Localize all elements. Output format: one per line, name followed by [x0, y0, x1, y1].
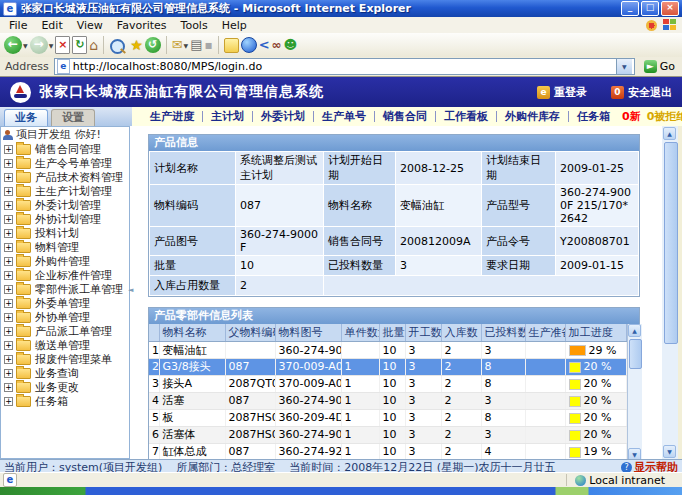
stop-button[interactable]: ×	[55, 36, 70, 54]
parts-row[interactable]: 6活塞体2087HS002360-274-9011W110323 20 %	[149, 426, 627, 443]
scroll-down-icon[interactable]: ▼	[628, 448, 641, 459]
collapse-sidebar-icon[interactable]: ◄	[128, 286, 133, 294]
edit-button[interactable]: ▪	[205, 37, 213, 53]
sidebar-item-prod-order[interactable]: +生产令号单管理	[1, 156, 129, 170]
expand-icon[interactable]: +	[4, 201, 13, 210]
expand-icon[interactable]: +	[4, 383, 13, 392]
expand-icon[interactable]: +	[4, 215, 13, 224]
relogin-button[interactable]: e 重登录	[523, 85, 587, 100]
col-fed[interactable]: 已投料数	[481, 324, 525, 342]
nav-outsourcing-plan[interactable]: 外委计划	[253, 111, 314, 122]
address-dropdown-icon[interactable]: ▼	[616, 59, 632, 74]
home-button[interactable]: ⌂	[89, 37, 98, 53]
scroll-thumb[interactable]	[664, 142, 678, 344]
parts-vertical-scrollbar[interactable]: ▲ ▼	[627, 324, 642, 459]
windows-taskbar[interactable]	[0, 487, 682, 495]
expand-icon[interactable]: +	[4, 271, 13, 280]
research-button[interactable]: ∞	[272, 37, 282, 53]
expand-icon[interactable]: +	[4, 397, 13, 406]
nav-production-progress[interactable]: 生产进度	[142, 111, 203, 122]
sidebar-item-external-order[interactable]: +外协单管理	[1, 310, 129, 324]
search-button[interactable]	[109, 37, 128, 54]
expand-icon[interactable]: +	[4, 285, 13, 294]
mail-dropdown-icon[interactable]: ▼	[184, 42, 189, 49]
nav-sales-contract[interactable]: 销售合同	[375, 111, 436, 122]
minimize-button[interactable]: _	[621, 1, 639, 16]
sidebar-item-sales-contract[interactable]: +销售合同管理	[1, 142, 129, 156]
sidebar-item-scrap-mgmt[interactable]: +报废件管理菜单	[1, 352, 129, 366]
sidebar-item-feeding-plan[interactable]: +投料计划	[1, 226, 129, 240]
show-help-button[interactable]: ? 显示帮助	[621, 460, 678, 474]
menu-file[interactable]: File	[2, 19, 34, 32]
sidebar-item-business-query[interactable]: +业务查询	[1, 366, 129, 380]
back-button[interactable]: ←▼	[4, 36, 28, 54]
col-progress[interactable]: 加工进度	[565, 324, 627, 342]
col-drawing-no[interactable]: 物料图号	[275, 324, 341, 342]
mail-button[interactable]: ✉▼	[172, 37, 189, 53]
sidebar-splitter[interactable]: ◄	[130, 126, 134, 459]
sidebar-item-outsourcing-order[interactable]: +外委单管理	[1, 296, 129, 310]
parts-row[interactable]: 7缸体总成087360-274-9200F110324 19 %	[149, 443, 627, 459]
go-button[interactable]: ► Go	[640, 60, 679, 73]
col-prep[interactable]: 生产准备	[525, 324, 565, 342]
expand-icon[interactable]: +	[4, 173, 13, 182]
sidebar-item-part-dispatch[interactable]: +零部件派工单管理	[1, 282, 129, 296]
col-parent-code[interactable]: 父物料编码	[225, 324, 275, 342]
messenger-button[interactable]	[241, 37, 257, 53]
print-button[interactable]: ▤	[190, 37, 202, 53]
nav-production-order[interactable]: 生产单号	[314, 111, 375, 122]
maximize-button[interactable]: □	[641, 1, 659, 16]
expand-icon[interactable]: +	[4, 187, 13, 196]
discuss-button[interactable]	[224, 37, 239, 53]
expand-icon[interactable]: +	[4, 159, 13, 168]
nav-master-plan[interactable]: 主计划	[203, 111, 253, 122]
expand-icon[interactable]: +	[4, 313, 13, 322]
parts-row[interactable]: 4活塞087360-274-9010F110323 20 %	[149, 392, 627, 409]
expand-icon[interactable]: +	[4, 243, 13, 252]
menu-favorites[interactable]: Favorites	[110, 19, 174, 32]
sidebar-item-standard-parts[interactable]: +企业标准件管理	[1, 268, 129, 282]
sidebar-item-external-plan[interactable]: +外协计划管理	[1, 212, 129, 226]
main-vertical-scrollbar[interactable]: ▲ ▼	[662, 126, 678, 459]
menu-tools[interactable]: Tools	[174, 19, 215, 32]
parts-row[interactable]: 3接头A2087QT002370-009-A0850110328 20 %	[149, 375, 627, 392]
tab-settings[interactable]: 设置	[51, 109, 95, 126]
back-dropdown-icon[interactable]: ▼	[23, 42, 28, 49]
expand-icon[interactable]: +	[4, 327, 13, 336]
history-button[interactable]: ↺	[145, 37, 161, 53]
scroll-down-icon[interactable]: ▼	[663, 445, 676, 458]
menu-help[interactable]: Help	[215, 19, 254, 32]
badge-new-tasks[interactable]: 0新	[622, 109, 641, 124]
refresh-button[interactable]: ↻	[72, 36, 87, 54]
sidebar-item-delivery-order[interactable]: +缴送单管理	[1, 338, 129, 352]
scroll-up-icon[interactable]: ▲	[663, 127, 676, 140]
expand-icon[interactable]: +	[4, 257, 13, 266]
sidebar-item-master-plan[interactable]: +主生产计划管理	[1, 184, 129, 198]
sidebar-item-business-change[interactable]: +业务更改	[1, 380, 129, 394]
expand-icon[interactable]: +	[4, 341, 13, 350]
col-material-name[interactable]: 物料名称	[159, 324, 225, 342]
nav-purchased-stock[interactable]: 外购件库存	[497, 111, 569, 122]
sidebar-item-material-mgmt[interactable]: +物料管理	[1, 240, 129, 254]
sidebar-item-purchased-parts[interactable]: +外购件管理	[1, 254, 129, 268]
logout-button[interactable]: 0 安全退出	[597, 85, 672, 100]
download-tool-button[interactable]: <	[259, 37, 270, 53]
menu-edit[interactable]: Edit	[34, 19, 69, 32]
badge-rejected-tasks[interactable]: 0被拒绝	[647, 109, 682, 124]
sidebar-item-tech-data[interactable]: +产品技术资料管理	[1, 170, 129, 184]
sidebar-item-outsourcing-plan[interactable]: +外委计划管理	[1, 198, 129, 212]
menu-view[interactable]: View	[70, 19, 110, 32]
buddy-button[interactable]: ☻	[284, 37, 298, 53]
close-button[interactable]: ×	[661, 1, 679, 16]
parts-row[interactable]: 1变幅油缸360-274-9000F10323 29 %	[149, 342, 627, 359]
col-batch[interactable]: 批量	[379, 324, 405, 342]
expand-icon[interactable]: +	[4, 299, 13, 308]
forward-dropdown-icon[interactable]: ▼	[49, 42, 54, 49]
parts-row[interactable]: 5板2087HS002360-209-4D010110328 20 %	[149, 409, 627, 426]
address-input[interactable]: e http://localhost:8080/MPS/login.do ▼	[54, 58, 635, 75]
nav-work-board[interactable]: 工作看板	[436, 111, 497, 122]
nav-task-box[interactable]: 任务箱	[569, 111, 618, 122]
expand-icon[interactable]: +	[4, 355, 13, 364]
expand-icon[interactable]: +	[4, 229, 13, 238]
expand-icon[interactable]: +	[4, 369, 13, 378]
